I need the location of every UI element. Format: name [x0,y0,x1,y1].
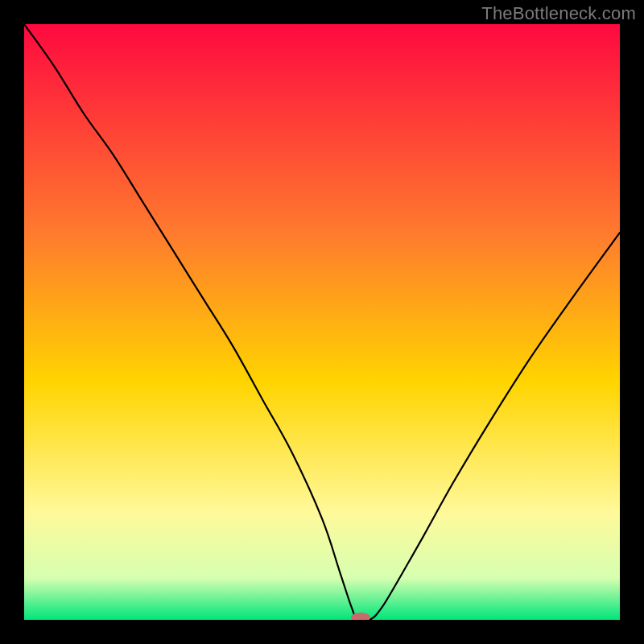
plot-area [24,24,620,620]
bottleneck-chart [24,24,620,620]
gradient-background [24,24,620,620]
watermark-text: TheBottleneck.com [481,3,636,24]
chart-frame: TheBottleneck.com [0,0,644,644]
